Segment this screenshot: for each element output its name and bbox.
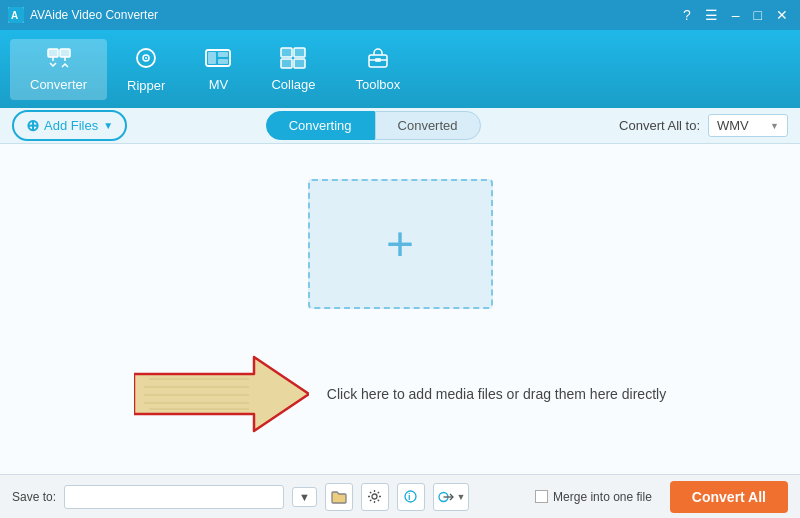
svg-text:A: A xyxy=(11,10,18,21)
toolbar-converter[interactable]: Converter xyxy=(10,39,107,100)
toolbar-collage[interactable]: Collage xyxy=(251,39,335,100)
help-button[interactable]: ? xyxy=(679,7,695,23)
mv-icon xyxy=(205,47,231,73)
svg-marker-20 xyxy=(134,357,309,431)
app-title: AVAide Video Converter xyxy=(30,8,679,22)
minimize-button[interactable]: – xyxy=(728,7,744,23)
toolbox-label: Toolbox xyxy=(355,77,400,92)
drop-zone[interactable]: + xyxy=(308,179,493,309)
window-controls: ? ☰ – □ ✕ xyxy=(679,7,792,23)
toolbox-icon xyxy=(365,47,391,73)
svg-rect-16 xyxy=(294,59,305,68)
toolbar: Converter Ripper MV xyxy=(0,30,800,108)
hint-arrow xyxy=(134,349,309,439)
collage-icon xyxy=(280,47,306,73)
svg-point-8 xyxy=(145,57,147,59)
toolbar-toolbox[interactable]: Toolbox xyxy=(335,39,420,100)
svg-rect-10 xyxy=(208,52,216,64)
tab-bar: ⊕ Add Files ▼ Converting Converted Conve… xyxy=(0,108,800,144)
svg-rect-14 xyxy=(294,48,305,57)
converter-icon xyxy=(46,47,72,73)
settings-button[interactable] xyxy=(361,483,389,511)
save-path-input[interactable] xyxy=(64,485,284,509)
svg-rect-15 xyxy=(281,59,292,68)
app-icon: A xyxy=(8,7,24,23)
arrow-section: Click here to add media files or drag th… xyxy=(134,349,666,439)
path-dropdown-button[interactable]: ▼ xyxy=(292,487,317,507)
add-files-button[interactable]: ⊕ Add Files ▼ xyxy=(12,110,127,141)
mv-label: MV xyxy=(209,77,229,92)
bottom-bar: Save to: ▼ i ▼ Merge into one file Conve… xyxy=(0,474,800,518)
tabs-center: Converting Converted xyxy=(127,111,619,140)
toolbar-mv[interactable]: MV xyxy=(185,39,251,100)
svg-rect-2 xyxy=(48,49,58,57)
drop-hint-text: Click here to add media files or drag th… xyxy=(327,386,666,402)
ripper-icon xyxy=(134,46,158,74)
collage-label: Collage xyxy=(271,77,315,92)
convert-all-button[interactable]: Convert All xyxy=(670,481,788,513)
converter-label: Converter xyxy=(30,77,87,92)
svg-rect-11 xyxy=(218,52,228,57)
format-dropdown-icon: ▼ xyxy=(770,121,779,131)
more-arrow-icon: ▼ xyxy=(456,492,465,502)
save-to-label: Save to: xyxy=(12,490,56,504)
add-icon: ⊕ xyxy=(26,116,39,135)
svg-rect-19 xyxy=(375,58,381,62)
title-bar: A AVAide Video Converter ? ☰ – □ ✕ xyxy=(0,0,800,30)
add-files-label: Add Files xyxy=(44,118,98,133)
svg-point-26 xyxy=(372,494,377,499)
format-select[interactable]: WMV ▼ xyxy=(708,114,788,137)
drop-zone-plus-icon: + xyxy=(386,220,414,268)
convert-all-to-section: Convert All to: WMV ▼ xyxy=(619,114,788,137)
menu-button[interactable]: ☰ xyxy=(701,7,722,23)
main-content: + Click here to add media files or drag … xyxy=(0,144,800,474)
merge-label-text: Merge into one file xyxy=(553,490,652,504)
svg-rect-13 xyxy=(281,48,292,57)
tools-button[interactable]: i xyxy=(397,483,425,511)
tab-converting[interactable]: Converting xyxy=(266,111,375,140)
merge-checkbox-label[interactable]: Merge into one file xyxy=(535,490,652,504)
browse-folder-button[interactable] xyxy=(325,483,353,511)
ripper-label: Ripper xyxy=(127,78,165,93)
format-value: WMV xyxy=(717,118,749,133)
dropdown-arrow-icon: ▼ xyxy=(103,120,113,131)
svg-text:i: i xyxy=(408,492,411,502)
maximize-button[interactable]: □ xyxy=(750,7,766,23)
close-button[interactable]: ✕ xyxy=(772,7,792,23)
more-options-button[interactable]: ▼ xyxy=(433,483,469,511)
svg-rect-12 xyxy=(218,59,228,64)
svg-rect-3 xyxy=(60,49,70,57)
merge-checkbox[interactable] xyxy=(535,490,548,503)
toolbar-ripper[interactable]: Ripper xyxy=(107,38,185,101)
tab-converted[interactable]: Converted xyxy=(375,111,481,140)
convert-all-to-label: Convert All to: xyxy=(619,118,700,133)
